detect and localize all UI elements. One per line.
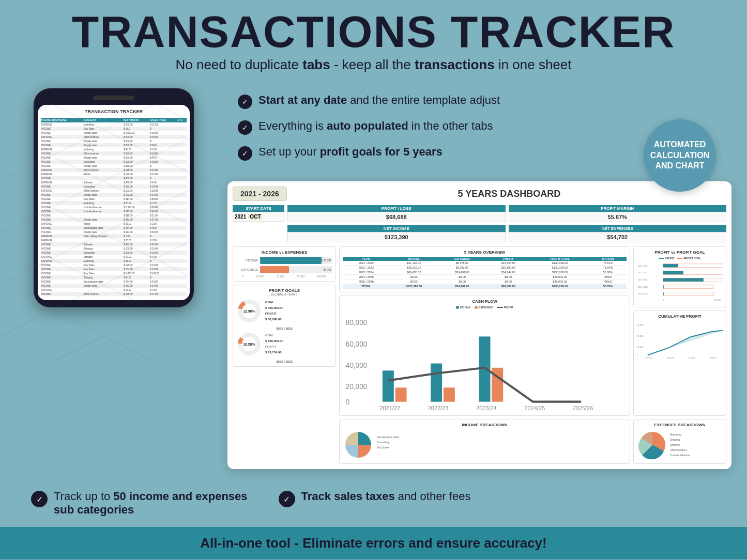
net-expenses-box: NET EXPENSES $54,702 [509, 225, 727, 242]
phone-table-row: INCOME Shopify sales $ 100.00 $ [41, 139, 187, 143]
row-category [83, 176, 123, 180]
row-other [177, 147, 187, 151]
row-category: Retool [83, 222, 123, 226]
fy-goal: $80,000.00 [530, 279, 589, 284]
phone-table-row: EXPENSE Marketing $ 200.00 $ 15.33 [41, 122, 187, 127]
row-type: INCOME [41, 271, 83, 275]
row-tax: $ 10.00 [149, 251, 177, 255]
row-tax: $ 30.00 [149, 205, 177, 209]
fy-profit: $68,688.00 [486, 284, 530, 289]
phone-section: TRANSACTION TRACKER INCOME OR EXPENSE CA… [16, 88, 212, 469]
row-category: Shopify sales [83, 217, 123, 222]
phone-table-row: INCOME Squarespace sales $ 454.00 $ 45.0 [41, 226, 187, 230]
row-type: INCOME [41, 176, 83, 180]
row-net: $ 180.00 [123, 184, 149, 189]
row-category: Office furniture [83, 135, 123, 139]
pg-sub: GLOBAL 5 YEARS [236, 293, 332, 296]
row-other [177, 209, 187, 213]
row-type: EXPENSE [41, 234, 83, 238]
income-bar-fill [260, 257, 322, 264]
row-type: INCOME [41, 226, 83, 230]
svg-text:2024 / 2025: 2024 / 2025 [638, 286, 649, 288]
row-net: $ 100.00 [123, 189, 149, 193]
expenses-bar-val: $4,702 [324, 268, 331, 271]
pg1-profit-label: PROFIT [265, 312, 277, 315]
row-type: EXPENSE [41, 180, 83, 184]
income-bar-label: INCOME [236, 259, 258, 262]
row-category: Office furniture [83, 151, 123, 155]
cf-legend-income: INCOME [456, 306, 470, 309]
row-category: Marketing [83, 201, 123, 205]
fy-profit: $0.00 [486, 279, 530, 284]
row-tax: $ 19.00 [149, 151, 177, 155]
cumulative-chart: 40,000 30,000 20,000 0 2021/22 2022/23 2… [637, 321, 723, 359]
fy-expenses: $54,702.00 [438, 284, 486, 289]
fy-col-profit: PROFIT [486, 257, 530, 261]
row-category: Software [83, 180, 123, 184]
row-type: EXPENSE [41, 135, 83, 139]
phone-table: INCOME OR EXPENSE CATEGORY NET AMOUNT SA… [41, 118, 187, 296]
row-tax: $ [149, 164, 177, 168]
svg-text:2025/26: 2025/26 [573, 405, 593, 410]
net-expenses-value: $54,702 [509, 232, 727, 242]
row-tax: $ 4.00 [149, 255, 177, 259]
pgc-chart: 2021 / 2022 2022 / 2023 2023 / 2024 2024… [637, 261, 723, 302]
subtitle-pre: No need to duplicate [175, 57, 302, 72]
expenses-breakdown-box: EXPENSES BREAKDOWN Marketing [633, 419, 726, 464]
row-net: $ 100.00 [123, 139, 149, 143]
feature-2-bold: auto populated [327, 119, 408, 132]
row-category [83, 213, 123, 217]
row-category: Office furniture [83, 292, 123, 296]
svg-rect-31 [663, 292, 714, 296]
phone-table-row: INCOME Shipping $ 60.00 $ [41, 275, 187, 279]
row-other [177, 234, 187, 238]
fy-income: $123,390.00 [389, 284, 438, 289]
row-category: Marketing [83, 259, 123, 263]
fy-year: 2024 / 2025 [343, 275, 389, 279]
svg-text:2021/22: 2021/22 [646, 357, 652, 359]
pg-stats-2: GOAL $ 130,000.00 PROFIT $ 13,754.00 [265, 333, 283, 355]
row-category: Etsy Sales [83, 127, 123, 131]
row-net: $ 1.00 [123, 234, 149, 238]
fy-income: $21,135.00 [389, 261, 438, 266]
row-net: $ 300.00 [123, 151, 149, 155]
phone-table-row: INCOME Etsy Sales $ 18.0 $ [41, 127, 187, 131]
row-category: Shopify sales [83, 230, 123, 234]
row-category: Marketing [83, 122, 123, 127]
row-tax: $ 25.00 [149, 131, 177, 135]
row-tax: $ [149, 127, 177, 131]
fy-goal: $130,000.00 [530, 284, 589, 289]
row-net: $ 60.00 [123, 275, 149, 279]
row-other [177, 193, 187, 197]
row-other [177, 259, 187, 263]
fy-margin: 40%/0 [589, 279, 627, 284]
row-category: Retool [83, 172, 123, 176]
row-net: $ 61.00 [123, 259, 149, 263]
fy-margin: 73.54% [589, 266, 627, 270]
fy-col-margin: MARGIN [589, 257, 627, 261]
footer-text: All-in-one tool - Eliminate errors and e… [200, 535, 546, 551]
fy-expenses: $8,032.00 [438, 266, 486, 270]
profit-goal-chart-box: PROFIT vs PROFIT GOAL PROFIT PROFIT GOAL [633, 246, 726, 307]
phone-table-row: INCOME Shopify sales $ 422.00 $ 42.00 [41, 193, 187, 197]
phone-table-row: EXPENSE Marketing $ 61.00 $ [41, 259, 187, 263]
row-type: INCOME [41, 197, 83, 201]
row-net: $ 42.00 [123, 288, 149, 292]
pgc-profit-label: PROFIT [665, 257, 674, 260]
row-net: $ 43.00 [123, 255, 149, 259]
dash-header: 2021 - 2026 5 YEARS DASHBOARD [233, 186, 726, 201]
row-other [177, 246, 187, 251]
fy-year: 2025 / 2026 [343, 279, 389, 284]
phone-table-row: INCOME Etsy Sales $ 184.00 $ 18.00 [41, 267, 187, 271]
fy-table-row: 2022 / 2023 $28,222.00 $8,032.00 $30,190… [343, 266, 627, 270]
cf-profit-dot [497, 307, 503, 308]
svg-text:2025 / 2026: 2025 / 2026 [638, 292, 649, 295]
row-type: INCOME [41, 279, 83, 284]
row-type: INCOME [41, 263, 83, 267]
row-other [177, 172, 187, 176]
svg-text:0: 0 [637, 354, 638, 356]
row-net: $ 28.00 [123, 238, 149, 242]
feature-3-text: Set up your profit goals for 5 years [258, 145, 443, 159]
phone-table-row: INCOME Etsy Sales $ 128.00 $ 10.00 [41, 263, 187, 267]
check-icon-4: ✓ [31, 491, 48, 507]
